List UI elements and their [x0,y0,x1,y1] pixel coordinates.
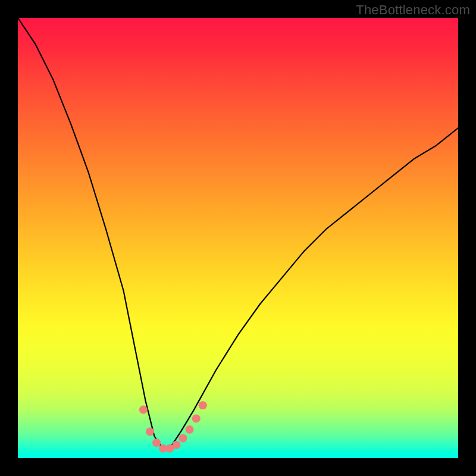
bottleneck-curve [18,18,458,449]
valley-marker [172,441,180,449]
valley-marker [199,401,207,409]
valley-marker [179,434,187,443]
valley-marker [152,439,161,447]
valley-marker [192,414,201,422]
valley-marker [139,406,148,414]
valley-marker [186,425,194,434]
chart-svg [18,18,458,458]
valley-marker [146,428,154,436]
watermark-text: TheBottleneck.com [356,2,470,18]
plot-area [18,18,458,458]
valley-markers [139,401,207,453]
chart-frame: TheBottleneck.com [0,0,476,476]
